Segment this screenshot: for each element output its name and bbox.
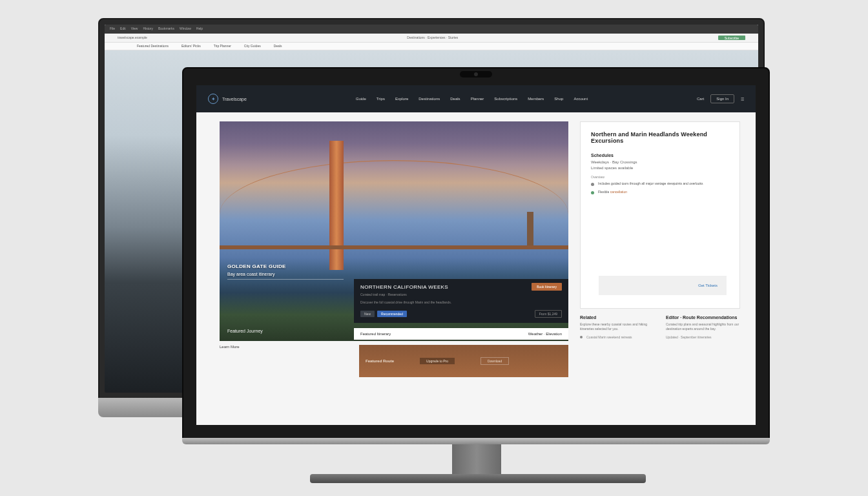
meta-dot-icon <box>580 336 583 338</box>
bullet-dot-green-icon <box>591 191 594 194</box>
browser-menubar: File Edit View History Bookmarks Window … <box>105 25 758 34</box>
related-heading: Related <box>580 315 654 320</box>
nav-item-shop[interactable]: Shop <box>554 97 563 101</box>
cancellation-link[interactable]: cancellation <box>610 190 627 194</box>
monitor-stand-foot <box>310 474 646 483</box>
site-header: ✦ Travelscape Guide Trips Explore Destin… <box>196 85 756 112</box>
below-strip: Featured Itinerary Weather · Elevation <box>354 328 568 340</box>
monitor-stand <box>452 443 501 475</box>
get-tickets-link[interactable]: Get Tickets <box>698 284 718 287</box>
feature-card-subtitle: Curated trail map · Reservations <box>360 293 562 296</box>
sidebar-lower: Related Explore these nearby coastal rou… <box>580 315 740 339</box>
subnav-item[interactable]: Deals <box>274 44 282 48</box>
sidebar-cta-box: Get Tickets <box>599 276 727 295</box>
nav-item-planner[interactable]: Planner <box>471 97 484 101</box>
price-tag: From $1,249 <box>535 310 562 318</box>
menubar-item[interactable]: Help <box>196 26 203 32</box>
tag-recommended[interactable]: Recommended <box>377 311 407 317</box>
sidebar-bullet-2: Flexible cancellation <box>591 190 729 194</box>
address-text[interactable]: travelscape.example <box>118 36 147 40</box>
menubar-item[interactable]: Edit <box>120 26 126 32</box>
below-right-label: Weather · Elevation <box>528 332 562 336</box>
nav-item-account[interactable]: Account <box>574 97 588 101</box>
bridge-cable-shape <box>220 160 568 214</box>
sidebar-schedule-line1: Weekdays · Bay Crossings <box>591 160 729 164</box>
bullet-dot-icon <box>591 183 594 186</box>
feature-card: NORTHERN CALIFORNIA WEEKS Curated trail … <box>354 279 568 323</box>
bridge-deck-shape <box>220 245 568 249</box>
nav-right: Cart Sign In ☰ <box>697 94 744 103</box>
related-block: Related Explore these nearby coastal rou… <box>580 315 654 339</box>
nav-item-trips[interactable]: Trips <box>377 97 385 101</box>
feature-card-desc: Discover the full coastal drive through … <box>360 300 562 305</box>
sidebar-panel: Northern and Marin Headlands Weekend Exc… <box>580 121 740 309</box>
subscribe-button[interactable]: Subscribe <box>718 36 745 40</box>
promo-banner: Featured Route Upgrade to Pro Download <box>359 345 568 377</box>
monitor-front-frame: ✦ Travelscape Guide Trips Explore Destin… <box>182 67 770 439</box>
camera-icon <box>474 72 478 76</box>
primary-nav: Guide Trips Explore Destinations Deals P… <box>356 97 588 101</box>
tag-new[interactable]: New <box>360 311 375 317</box>
feature-card-tags: New Recommended From $1,249 <box>360 310 562 318</box>
hero-bottom-caption: Featured Journey <box>227 329 263 333</box>
bridge-tower-shape <box>329 141 344 270</box>
bridge-tower2-shape <box>527 212 533 249</box>
browser-subnav: Featured Destinations Editors' Picks Tri… <box>105 43 758 50</box>
subnav-item[interactable]: Editors' Picks <box>181 44 201 48</box>
menu-icon[interactable]: ☰ <box>741 97 744 101</box>
editor-meta: Updated · September itineraries <box>666 335 740 339</box>
signin-button[interactable]: Sign In <box>710 94 734 103</box>
globe-icon: ✦ <box>208 94 218 104</box>
brand-logo[interactable]: ✦ Travelscape <box>208 94 247 104</box>
hero-title: GOLDEN GATE GUIDE <box>227 264 344 269</box>
nav-item-guide[interactable]: Guide <box>356 97 366 101</box>
sidebar-column: Northern and Marin Headlands Weekend Exc… <box>580 121 740 425</box>
main-bottom-left: Learn More <box>220 345 342 349</box>
editor-heading: Editor · Route Recommendations <box>666 315 740 320</box>
content-area: GOLDEN GATE GUIDE Bay area coast itinera… <box>196 112 756 425</box>
upgrade-button[interactable]: Upgrade to Pro <box>420 358 455 364</box>
sidebar-title: Northern and Marin Headlands Weekend Exc… <box>591 131 729 144</box>
toolbar-mid-text: Destinations · Experiences · Stories <box>407 36 458 40</box>
below-left-label: Featured Itinerary <box>360 332 391 336</box>
sidebar-section-heading: Schedules <box>591 153 729 158</box>
nav-item-subscriptions[interactable]: Subscriptions <box>494 97 517 101</box>
sidebar-schedule-line2: Limited spaces available <box>591 166 729 170</box>
cart-link[interactable]: Cart <box>697 97 704 101</box>
hero-subtitle: Bay area coast itinerary <box>227 272 344 276</box>
download-button[interactable]: Download <box>480 357 509 365</box>
browser-toolbar: travelscape.example Destinations · Exper… <box>105 34 758 43</box>
learn-more-link[interactable]: Learn More <box>220 345 342 349</box>
promo-label: Featured Route <box>366 359 394 363</box>
sidebar-bullet-2-text: Flexible cancellation <box>598 190 627 194</box>
subnav-item[interactable]: Featured Destinations <box>137 44 169 48</box>
sidebar-bullet-1: Includes guided tours through all major … <box>591 181 729 186</box>
menubar-item[interactable]: History <box>143 26 153 32</box>
sidebar-overview-label: Overview <box>591 175 729 179</box>
nav-item-explore[interactable]: Explore <box>395 97 408 101</box>
menubar-item[interactable]: Window <box>180 26 191 32</box>
subnav-item[interactable]: Trip Planner <box>214 44 231 48</box>
nav-item-members[interactable]: Members <box>528 97 544 101</box>
hero-overlay-text: GOLDEN GATE GUIDE Bay area coast itinera… <box>227 264 344 282</box>
editor-desc: Curated trip plans and seasonal highligh… <box>666 322 740 331</box>
book-button[interactable]: Book Itinerary <box>532 283 562 291</box>
hero-divider <box>227 279 344 280</box>
editor-meta-text: Updated · September itineraries <box>666 335 712 339</box>
menubar-item[interactable]: Bookmarks <box>158 26 174 32</box>
brand-name: Travelscape <box>222 97 247 101</box>
sidebar-bullet-1-text: Includes guided tours through all major … <box>598 181 703 185</box>
nav-item-deals[interactable]: Deals <box>450 97 460 101</box>
monitor-front-screen: ✦ Travelscape Guide Trips Explore Destin… <box>196 85 756 425</box>
related-desc: Explore these nearby coastal routes and … <box>580 322 654 331</box>
related-meta-text[interactable]: Coastal Marin weekend retreats <box>586 335 632 339</box>
editor-block: Editor · Route Recommendations Curated t… <box>666 315 740 339</box>
subnav-item[interactable]: City Guides <box>244 44 261 48</box>
main-column: GOLDEN GATE GUIDE Bay area coast itinera… <box>220 121 568 425</box>
nav-item-destinations[interactable]: Destinations <box>418 97 440 101</box>
related-meta: Coastal Marin weekend retreats <box>580 335 654 339</box>
hero-caption-line1: Featured Journey <box>227 329 263 333</box>
menubar-item[interactable]: File <box>110 26 115 32</box>
monitor-front-base <box>182 438 770 444</box>
menubar-item[interactable]: View <box>131 26 138 32</box>
